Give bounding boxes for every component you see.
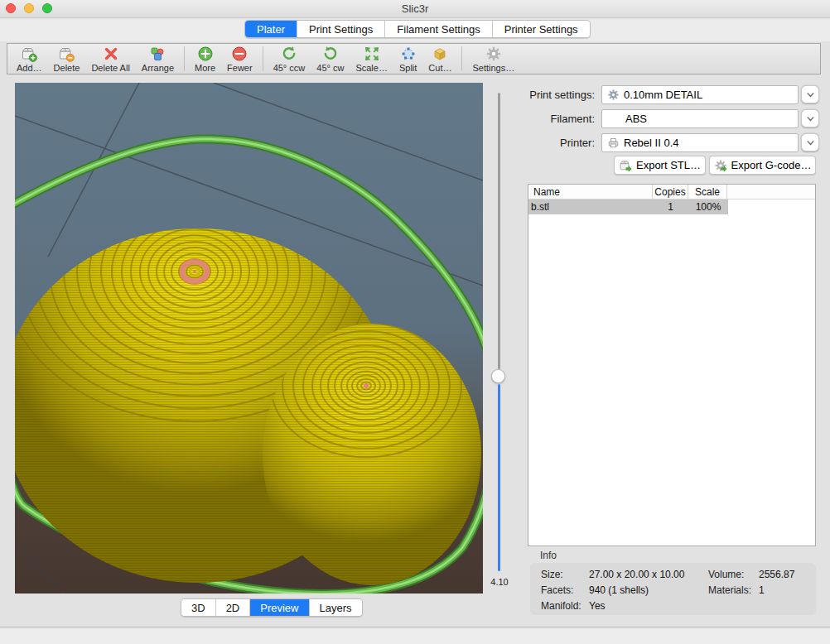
cut-button[interactable]: Cut… [422,44,457,74]
printer-value: Rebel II 0.4 [624,137,679,149]
split-handles-icon [400,46,417,62]
chevron-down-icon [805,113,816,124]
cut-label: Cut… [428,63,451,73]
package-remove-icon [58,46,75,62]
delete-button[interactable]: Delete [48,44,86,74]
manifold-value: Yes [589,600,606,612]
object-list-header: Name Copies Scale [528,185,815,199]
view-tab-preview[interactable]: Preview [250,599,309,616]
scale-label: Scale… [355,63,388,73]
column-header-spacer [727,185,815,199]
gear-icon [485,46,502,62]
object-list: Name Copies Scale b.stl 1 100% [528,184,816,546]
column-header-scale[interactable]: Scale [688,185,727,199]
print-settings-dropdown-button[interactable] [801,85,819,103]
layer-slider-track[interactable] [498,93,500,369]
filament-dropdown-button[interactable] [801,109,819,127]
split-button[interactable]: Split [393,44,422,74]
delete-label: Delete [54,63,80,73]
settings-label: Settings… [472,63,514,73]
red-x-icon [103,46,119,62]
slic3r-window: Slic3r Plater Print Settings Filament Se… [0,0,830,644]
tab-filament-settings[interactable]: Filament Settings [385,21,492,37]
chevron-down-icon [805,137,816,148]
toolbar-separator [263,46,263,71]
export-stl-button[interactable]: Export STL… [614,156,706,175]
add-button[interactable]: Add… [11,44,48,74]
print-settings-value: 0.10mm DETAIL [624,89,702,101]
more-label: More [195,63,215,73]
plater-toolbar: Add… Delete Delete All Arrange [7,43,821,74]
info-panel: Size: 27.00 x 20.00 x 10.00 Volume: 2556… [530,563,816,615]
arrange-label: Arrange [142,63,174,73]
arrange-button[interactable]: Arrange [136,44,180,74]
volume-label: Volume: [708,569,744,580]
column-header-copies[interactable]: Copies [653,185,688,199]
scale-arrows-icon [364,46,380,62]
delete-all-button[interactable]: Delete All [85,44,135,74]
materials-value: 1 [759,584,765,596]
filament-label: Filament: [497,113,595,125]
export-stl-label: Export STL… [636,159,701,171]
tab-print-settings[interactable]: Print Settings [297,21,385,37]
printer-combo[interactable]: Rebel II 0.4 [601,133,799,152]
export-stl-icon [619,159,632,172]
volume-value: 2556.87 [759,569,794,580]
view-tab-2d[interactable]: 2D [216,599,251,616]
row-copies: 1 [653,199,688,214]
status-bar [0,627,830,644]
manifold-label: Manifold: [541,600,581,612]
printer-label: Printer: [497,137,595,149]
view-tab-layers[interactable]: Layers [310,599,362,616]
print-settings-label: Print settings: [497,89,595,101]
minus-circle-icon [231,46,248,62]
view-tab-bar: 3D 2D Preview Layers [181,598,363,617]
3d-viewport[interactable] [15,83,483,594]
add-label: Add… [17,63,42,73]
column-header-name[interactable]: Name [528,185,653,199]
filament-combo[interactable]: ABS [601,109,799,128]
tab-plater[interactable]: Plater [245,21,297,37]
preview-scene [15,83,483,594]
print-settings-combo[interactable]: 0.10mm DETAIL [601,85,799,104]
rotate-ccw-icon [281,46,297,62]
rotate-cw-icon [322,46,339,62]
fewer-label: Fewer [227,63,253,73]
settings-button[interactable]: Settings… [466,44,520,74]
facets-value: 940 (1 shells) [589,584,649,596]
rotate-cw-button[interactable]: 45° cw [311,44,350,74]
tab-printer-settings[interactable]: Printer Settings [493,21,590,37]
table-row[interactable]: b.stl 1 100% [528,199,728,214]
materials-label: Materials: [708,584,751,596]
fewer-button[interactable]: Fewer [221,44,258,74]
row-scale: 100% [688,199,728,214]
chevron-down-icon [805,89,816,100]
printer-icon [607,137,620,149]
small-object-perimeter-highlight [364,383,369,388]
scale-button[interactable]: Scale… [350,44,393,74]
layer-slider-thumb[interactable] [491,369,505,383]
filament-value: ABS [625,113,647,125]
package-add-icon [21,46,37,62]
more-button[interactable]: More [189,44,221,74]
title-bar: Slic3r [0,0,830,18]
export-gcode-label: Export G-code… [731,159,812,171]
cut-cube-icon [432,46,448,62]
split-label: Split [399,63,417,73]
main-tab-bar: Plater Print Settings Filament Settings … [244,20,591,38]
rotate-ccw-label: 45° ccw [273,63,306,73]
content-divider [0,626,830,627]
printer-dropdown-button[interactable] [801,133,819,151]
info-panel-title: Info [540,550,557,561]
layer-slider-track-filled[interactable] [498,384,500,571]
size-value: 27.00 x 20.00 x 10.00 [589,569,684,580]
delete-all-label: Delete All [91,63,129,73]
rotate-cw-label: 45° cw [316,63,344,73]
layer-slider-value: 4.10 [485,577,514,587]
export-gcode-button[interactable]: Export G-code… [709,156,816,175]
row-name: b.stl [528,199,653,214]
gear-icon [607,89,620,101]
rotate-ccw-button[interactable]: 45° ccw [268,44,311,74]
arrange-cubes-icon [149,46,166,62]
view-tab-3d[interactable]: 3D [181,599,216,616]
